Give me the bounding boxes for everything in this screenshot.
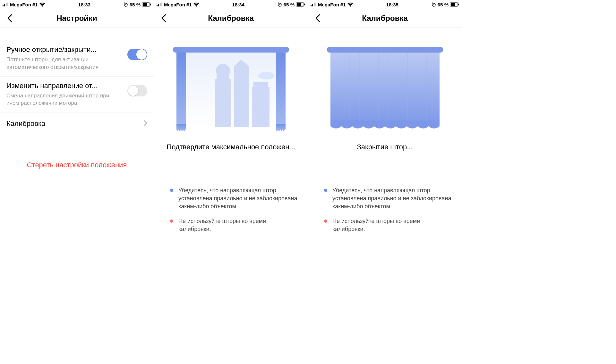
status-bar: MegaFon #1 18:33 65 % [0,0,154,9]
alarm-icon [278,2,282,7]
curtain-closed-illustration [321,44,449,133]
nav-bar: Калибровка [154,9,308,28]
nav-bar: Настройки [0,9,154,28]
setting-title: Изменить направление от... [6,82,122,90]
carrier-label: MegaFon #1 [10,2,38,7]
status-time: 18:34 [232,2,244,7]
bullet-item: Убедитесь, что направляющая штор установ… [170,186,298,211]
svg-rect-25 [215,79,231,127]
status-bar: MegaFon #1 18:35 65 % [308,0,462,9]
svg-rect-28 [234,66,249,127]
screen-settings: MegaFon #1 18:33 65 % Настройки Ручное о… [0,0,154,364]
curtain-open-illustration [167,44,295,133]
svg-rect-14 [160,3,161,6]
svg-rect-34 [176,53,186,129]
chevron-right-icon [143,120,147,128]
back-button[interactable] [6,14,13,22]
svg-rect-48 [327,47,443,53]
alarm-icon [124,2,128,7]
calibration-notes: Убедитесь, что направляющая штор установ… [308,186,462,240]
signal-icon [157,3,162,6]
battery-icon [142,2,151,7]
page-title: Настройки [56,14,97,23]
calibration-heading: Закрытие штор... [308,143,462,151]
svg-rect-30 [252,87,270,127]
svg-line-8 [127,3,127,3]
erase-settings-button[interactable]: Стереть настройки положения [0,158,154,172]
alarm-icon [432,2,436,7]
nav-bar: Калибровка [308,9,462,28]
svg-line-19 [278,3,279,3]
svg-rect-22 [297,3,301,6]
carrier-label: MegaFon #1 [164,2,192,7]
dot-icon [170,219,173,223]
setting-manual-open: Ручное открытие/закрыти... Потяните штор… [0,40,154,77]
setting-direction: Изменить направление от... Смена направл… [0,77,154,113]
status-bar: MegaFon #1 18:34 65 % [154,0,308,9]
calibration-heading: Подтвердите максимальное положен... [154,143,308,151]
svg-rect-11 [150,4,151,5]
screen-calibration-closed: MegaFon #1 18:35 65 % Калибровка [308,0,462,364]
wifi-icon [347,3,353,7]
svg-rect-46 [451,3,455,6]
battery-percent: 65 % [284,2,295,7]
svg-rect-2 [6,3,7,6]
dot-icon [170,189,173,192]
svg-rect-23 [304,4,305,5]
battery-percent: 65 % [438,2,449,7]
svg-rect-35 [276,53,286,129]
signal-icon [3,3,8,6]
toggle-direction[interactable] [127,85,147,96]
dot-icon [324,189,327,192]
battery-percent: 65 % [130,2,141,7]
svg-rect-49 [330,53,440,126]
svg-rect-1 [4,4,5,6]
status-time: 18:35 [386,2,398,7]
bullet-text: Не используйте шторы во время калибровки… [332,217,452,233]
bullet-item: Убедитесь, что направляющая штор установ… [324,186,452,211]
back-button[interactable] [314,14,321,22]
svg-line-44 [435,3,435,3]
bullet-text: Убедитесь, что направляющая штор установ… [178,186,298,211]
svg-line-20 [281,3,281,3]
bullet-item: Не используйте шторы во время калибровки… [324,217,452,233]
back-button[interactable] [160,14,167,22]
bullet-text: Не используйте шторы во время калибровки… [178,217,298,233]
page-title: Калибровка [208,14,254,23]
settings-list: Ручное открытие/закрыти... Потяните штор… [0,28,154,135]
svg-rect-10 [143,3,147,6]
battery-icon [296,2,305,7]
setting-desc: Потяните шторы, для активации автоматиче… [6,56,122,71]
svg-rect-13 [158,4,159,6]
setting-title: Ручное открытие/закрыти... [6,46,122,54]
svg-rect-36 [311,5,312,6]
screen-calibration-open: MegaFon #1 18:34 65 % Калибровка [154,0,308,364]
wifi-icon [39,3,45,7]
svg-rect-0 [3,5,4,6]
toggle-manual[interactable] [127,49,147,60]
status-time: 18:33 [78,2,90,7]
svg-rect-38 [314,3,315,6]
bullet-text: Убедитесь, что направляющая штор установ… [332,186,452,211]
svg-point-32 [258,72,274,79]
calibration-notes: Убедитесь, что направляющая штор установ… [154,186,308,240]
svg-line-43 [432,3,433,3]
setting-desc: Смена направления движений штор при ином… [6,92,122,107]
svg-rect-3 [7,3,8,6]
wifi-icon [193,3,199,7]
svg-rect-33 [173,47,289,53]
signal-icon [311,3,316,6]
svg-rect-39 [315,3,316,6]
setting-calibration[interactable]: Калибровка [0,112,154,135]
dot-icon [324,219,327,223]
svg-point-27 [216,64,230,78]
svg-rect-47 [458,4,459,5]
setting-title: Калибровка [6,120,45,128]
svg-rect-37 [312,4,313,6]
svg-rect-15 [161,3,162,6]
carrier-label: MegaFon #1 [318,2,346,7]
svg-rect-31 [253,82,268,88]
svg-rect-12 [157,5,158,6]
battery-icon [450,2,459,7]
page-title: Калибровка [362,14,408,23]
